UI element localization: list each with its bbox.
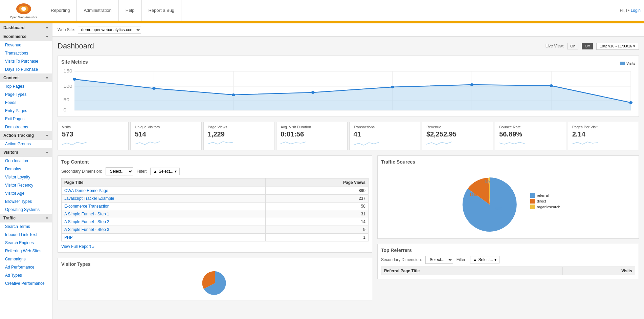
view-full-report-link[interactable]: View Full Report » [61, 244, 94, 249]
svg-text:50: 50 [64, 98, 70, 102]
page-title-cell: Javascript Tracker Example [62, 195, 266, 203]
sidebar-item-feeds[interactable]: Feeds [0, 99, 52, 107]
nav-administration[interactable]: Administration [77, 0, 118, 21]
visitor-types-chart-area [61, 270, 369, 297]
sidebar-item-top-pages[interactable]: Top Pages [0, 82, 52, 90]
secondary-dimension-select[interactable]: Select... [106, 167, 133, 175]
referrers-filter-label: Filter: [457, 257, 467, 262]
legend-direct: direct [530, 199, 560, 204]
legend-referral-label: referral [537, 193, 549, 197]
page-title-link[interactable]: A Simple Funnel - Step 3 [64, 227, 109, 232]
logo-text: Open Web Analytics [10, 16, 38, 19]
sidebar-section-ecommerce[interactable]: Ecommerce ▼ [0, 32, 52, 41]
sidebar-item-visitor-loyalty[interactable]: Visitor Loyalty [0, 173, 52, 181]
chart-point [311, 91, 314, 94]
top-content-filter-row: Secondary Dimension: Select... Filter: ▲… [61, 167, 369, 175]
dropdown-icon: ▾ [175, 169, 177, 174]
sidebar-item-search-terms[interactable]: Search Terms [0, 222, 52, 231]
page-title-cell: E-commerce Transaction [62, 203, 266, 210]
top-content-title: Top Content [61, 159, 369, 165]
sidebar-item-domstreams[interactable]: Domstreams [0, 123, 52, 131]
title-controls: Live View: On Off 10/27/16 - 11/03/16 ▾ [546, 43, 639, 50]
nav-reporting[interactable]: Reporting [44, 0, 77, 21]
sidebar-item-visits-to-purchase[interactable]: Visits To Purchase [0, 57, 52, 65]
sidebar-item-browser-types[interactable]: Browser Types [0, 197, 52, 206]
legend-direct-label: direct [537, 199, 546, 203]
sidebar-item-search-engines[interactable]: Search Engines [0, 239, 52, 247]
metric-card-unique-visitors: Unique Visitors 514 [130, 122, 201, 150]
nav-help[interactable]: Help [119, 0, 142, 21]
site-selector-bar: Web Site: demo.openwebanalytics.com [52, 23, 644, 37]
date-range-button[interactable]: 10/27/16 - 11/03/16 ▾ [596, 43, 639, 50]
chart-point [73, 78, 76, 81]
sidebar-item-geo-location[interactable]: Geo-location [0, 157, 52, 165]
svg-text:10/28: 10/28 [150, 112, 162, 113]
page-title-link[interactable]: OWA Demo Home Page [64, 188, 108, 193]
referrers-secondary-dimension-select[interactable]: Select... [425, 256, 453, 264]
svg-text:10/29: 10/29 [229, 112, 241, 113]
sidebar-item-exit-pages[interactable]: Exit Pages [0, 115, 52, 123]
svg-point-2 [21, 7, 26, 11]
sidebar-item-days-to-purchase[interactable]: Days To Purchase [0, 65, 52, 73]
sidebar-section-traffic[interactable]: Traffic ▼ [0, 214, 52, 222]
up-icon: ▲ [153, 169, 157, 174]
page-title-link[interactable]: Javascript Tracker Example [64, 196, 114, 201]
page-title-link[interactable]: A Simple Funnel - Step 2 [64, 219, 109, 224]
page-views-cell: 890 [266, 187, 369, 195]
main-layout: Dashboard ▼ Ecommerce ▼ Revenue Transact… [0, 23, 644, 319]
chart-fill-area [74, 79, 631, 110]
filter-button[interactable]: ▲ Select... ▾ [150, 168, 180, 175]
sidebar-item-ad-types[interactable]: Ad Types [0, 271, 52, 279]
sidebar-section-visitors[interactable]: Visitors ▼ [0, 148, 52, 157]
site-selector-dropdown[interactable]: demo.openwebanalytics.com [78, 26, 141, 34]
pie-label-referral: 85% [495, 206, 502, 210]
page-title-link[interactable]: PHP [64, 235, 73, 240]
legend-visits-label: Visits [626, 61, 635, 65]
top-referrers-filter-row: Secondary Dimension: Select... Filter: ▲… [381, 256, 635, 264]
chart-point [550, 84, 553, 87]
metric-label-visits: Visits [62, 125, 124, 129]
sidebar-item-revenue[interactable]: Revenue [0, 41, 52, 49]
metric-value-avg-visit-duration: 0:01:56 [281, 130, 343, 138]
page-views-cell: 58 [266, 203, 369, 210]
site-metrics-title: Site Metrics [61, 59, 88, 65]
referrers-filter-button[interactable]: ▲ Select... ▾ [470, 256, 499, 263]
sidebar-item-operating-systems[interactable]: Operating Systems [0, 206, 52, 214]
sidebar-item-page-types[interactable]: Page Types [0, 90, 52, 99]
nav-report-bug[interactable]: Report a Bug [142, 0, 182, 21]
site-selector-label: Web Site: [58, 27, 75, 32]
metric-value-pages-per-visit: 2.14 [572, 130, 635, 138]
sidebar-section-dashboard[interactable]: Dashboard ▼ [0, 23, 52, 32]
sidebar-item-inbound-link-text[interactable]: Inbound Link Text [0, 231, 52, 239]
sidebar-item-action-groups[interactable]: Action Groups [0, 140, 52, 148]
metric-label-page-views: Page Views [208, 125, 270, 129]
sidebar-item-entry-pages[interactable]: Entry Pages [0, 107, 52, 115]
metric-value-page-views: 1,229 [208, 130, 270, 138]
sidebar-item-ad-performance[interactable]: Ad Performance [0, 263, 52, 271]
sidebar-item-visitor-age[interactable]: Visitor Age [0, 189, 52, 197]
sidebar-item-referring-web-sites[interactable]: Referring Web Sites [0, 247, 52, 255]
sidebar-section-action-tracking[interactable]: Action Tracking ▼ [0, 131, 52, 140]
top-referrers-title: Top Referrers [381, 248, 635, 253]
table-row: PHP1 [62, 234, 369, 241]
sidebar-item-transactions[interactable]: Transactions [0, 49, 52, 57]
legend-organicsearch-label: organicsearch [537, 205, 560, 209]
sidebar-item-domains[interactable]: Domains [0, 165, 52, 173]
sidebar-section-content[interactable]: Content ▼ [0, 73, 52, 82]
svg-text:10/31: 10/31 [388, 112, 400, 113]
sidebar-item-creative-performance[interactable]: Creative Performance [0, 279, 52, 288]
chevron-down-icon: ▼ [45, 26, 49, 30]
page-title-link[interactable]: E-commerce Transaction [64, 204, 109, 209]
live-view-off-button[interactable]: Off [582, 43, 593, 49]
filter-label: Filter: [137, 169, 147, 174]
metric-card-transactions: Transactions 41 [349, 122, 420, 150]
live-view-on-button[interactable]: On [567, 43, 578, 49]
table-row: Javascript Tracker Example237 [62, 195, 369, 203]
metric-label-revenue: Revenue [426, 125, 489, 129]
table-row: A Simple Funnel - Step 131 [62, 210, 369, 218]
login-link[interactable]: Login [631, 8, 641, 13]
sidebar-item-campaigns[interactable]: Campaigns [0, 255, 52, 263]
page-title-link[interactable]: A Simple Funnel - Step 1 [64, 212, 109, 216]
sidebar-item-visitor-recency[interactable]: Visitor Recency [0, 181, 52, 189]
header: Open Web Analytics Reporting Administrat… [0, 0, 644, 22]
